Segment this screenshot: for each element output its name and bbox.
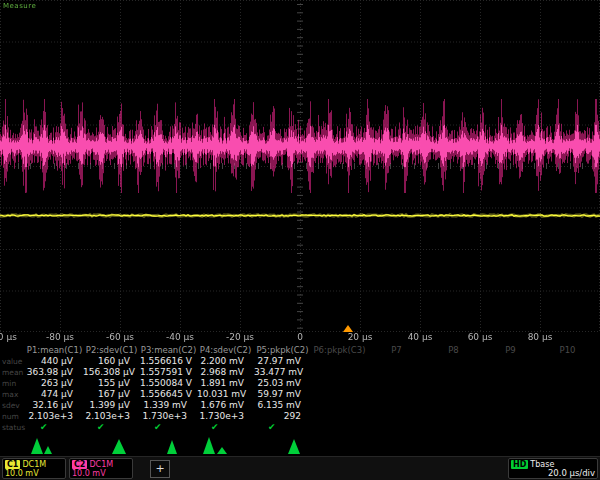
measurement-value: 1.676 mV bbox=[197, 400, 254, 411]
measurement-value bbox=[311, 411, 368, 422]
measurement-value bbox=[482, 367, 539, 378]
status-check-icon bbox=[425, 422, 482, 433]
param-header[interactable]: P3:mean(C2) bbox=[140, 345, 197, 356]
c2-scale: 10.0 mV bbox=[72, 469, 130, 478]
status-check-icon: ✔ bbox=[140, 422, 197, 433]
trigger-position-marker[interactable] bbox=[343, 325, 353, 332]
time-axis-label: -80 µs bbox=[46, 332, 74, 342]
measurement-value bbox=[311, 400, 368, 411]
status-check-icon: ✔ bbox=[197, 422, 254, 433]
measurement-value: 1.550084 V bbox=[140, 378, 197, 389]
c2-chip: C2 bbox=[72, 460, 87, 469]
measurement-value: 1.556616 V bbox=[140, 356, 197, 367]
measurement-value bbox=[368, 378, 425, 389]
c1-chip: C1 bbox=[5, 460, 20, 469]
param-header[interactable]: P10 bbox=[539, 345, 596, 356]
c1-scale: 10.0 mV bbox=[5, 469, 63, 478]
param-header[interactable]: P7 bbox=[368, 345, 425, 356]
measurement-value: 1.556645 V bbox=[140, 389, 197, 400]
measurement-value: 1.891 mV bbox=[197, 378, 254, 389]
measurement-value bbox=[539, 367, 596, 378]
measurement-value bbox=[482, 378, 539, 389]
measurement-value bbox=[482, 356, 539, 367]
measurement-value bbox=[539, 400, 596, 411]
measurement-value: 155 µV bbox=[83, 378, 140, 389]
channel-descriptor-c2[interactable]: C2DC1M 10.0 mV bbox=[69, 458, 133, 479]
measurement-value: 2.103e+3 bbox=[26, 411, 83, 422]
measurement-value bbox=[311, 367, 368, 378]
row-label: min bbox=[0, 378, 26, 389]
param-histicon[interactable] bbox=[200, 434, 240, 456]
measurement-table: P1:mean(C1)P2:sdev(C1)P3:mean(C2)P4:sdev… bbox=[0, 345, 600, 433]
measurement-value: 32.16 µV bbox=[26, 400, 83, 411]
status-check-icon bbox=[539, 422, 596, 433]
measurement-value: 2.968 mV bbox=[197, 367, 254, 378]
measurement-value bbox=[539, 356, 596, 367]
param-histicon[interactable] bbox=[164, 434, 204, 456]
timebase-descriptor[interactable]: HDTbase 20.0 µs/div bbox=[508, 458, 598, 479]
measurement-value bbox=[539, 389, 596, 400]
time-axis-label: 0 bbox=[297, 332, 303, 342]
bottom-bar-spacer bbox=[173, 458, 505, 479]
measurement-value: 25.03 mV bbox=[254, 378, 311, 389]
measurement-value: 33.477 mV bbox=[254, 367, 311, 378]
bottom-bar: C1DC1M 10.0 mV C2DC1M 10.0 mV + HDTbase … bbox=[0, 456, 600, 480]
measurement-value bbox=[482, 400, 539, 411]
row-label: mean bbox=[0, 367, 26, 378]
measurement-value bbox=[425, 378, 482, 389]
channel-descriptor-c1[interactable]: C1DC1M 10.0 mV bbox=[2, 458, 66, 479]
param-header[interactable]: P2:sdev(C1) bbox=[83, 345, 140, 356]
measurement-value: 1.557591 V bbox=[140, 367, 197, 378]
measurement-value: 1.339 mV bbox=[140, 400, 197, 411]
measurement-value: 263 µV bbox=[26, 378, 83, 389]
time-axis-label: -100 µs bbox=[0, 332, 17, 342]
measurement-value: 474 µV bbox=[26, 389, 83, 400]
param-histicon[interactable] bbox=[284, 434, 324, 456]
measurement-value bbox=[368, 356, 425, 367]
measurement-value bbox=[539, 378, 596, 389]
measurement-value bbox=[368, 411, 425, 422]
time-axis-label: 40 µs bbox=[408, 332, 433, 342]
measurement-value: 2.103e+3 bbox=[83, 411, 140, 422]
measurement-value bbox=[425, 367, 482, 378]
time-axis: -100 µs-80 µs-60 µs-40 µs-20 µs020 µs40 … bbox=[0, 332, 600, 345]
time-axis-label: 60 µs bbox=[468, 332, 493, 342]
param-header[interactable]: P1:mean(C1) bbox=[26, 345, 83, 356]
measurement-value bbox=[368, 400, 425, 411]
time-axis-label: -60 µs bbox=[106, 332, 134, 342]
measurement-value: 6.135 mV bbox=[254, 400, 311, 411]
param-header[interactable]: P5:pkpk(C2) bbox=[254, 345, 311, 356]
param-header[interactable]: P8 bbox=[425, 345, 482, 356]
measurement-value: 167 µV bbox=[83, 389, 140, 400]
time-axis-label: -20 µs bbox=[226, 332, 254, 342]
measurement-value: 59.97 mV bbox=[254, 389, 311, 400]
measurement-value bbox=[425, 356, 482, 367]
measurement-value bbox=[311, 356, 368, 367]
histicon-strip bbox=[0, 433, 600, 457]
measurement-value bbox=[368, 367, 425, 378]
status-check-icon bbox=[482, 422, 539, 433]
measurement-value: 440 µV bbox=[26, 356, 83, 367]
param-header[interactable]: P6:pkpk(C3) bbox=[311, 345, 368, 356]
measurement-value: 292 bbox=[254, 411, 311, 422]
waveform-display[interactable]: Measure bbox=[0, 0, 600, 332]
measurement-value: 1.730e+3 bbox=[140, 411, 197, 422]
measurement-value bbox=[425, 400, 482, 411]
waveform-canvas[interactable] bbox=[0, 0, 600, 332]
c2-coupling: DC1M bbox=[89, 460, 113, 469]
measurement-value: 1.730e+3 bbox=[197, 411, 254, 422]
row-label: value bbox=[0, 356, 26, 367]
param-header[interactable]: P9 bbox=[482, 345, 539, 356]
measurement-value bbox=[482, 411, 539, 422]
measurement-value bbox=[425, 389, 482, 400]
param-header[interactable]: P4:sdev(C2) bbox=[197, 345, 254, 356]
measurement-value bbox=[311, 389, 368, 400]
hd-badge: HD bbox=[511, 460, 528, 469]
param-histicon[interactable] bbox=[28, 434, 68, 456]
add-button[interactable]: + bbox=[150, 460, 170, 478]
measurement-value bbox=[482, 389, 539, 400]
top-status-label: Measure bbox=[3, 2, 36, 10]
param-histicon[interactable] bbox=[108, 434, 148, 456]
measurement-value: 10.031 mV bbox=[197, 389, 254, 400]
measurement-value: 27.97 mV bbox=[254, 356, 311, 367]
